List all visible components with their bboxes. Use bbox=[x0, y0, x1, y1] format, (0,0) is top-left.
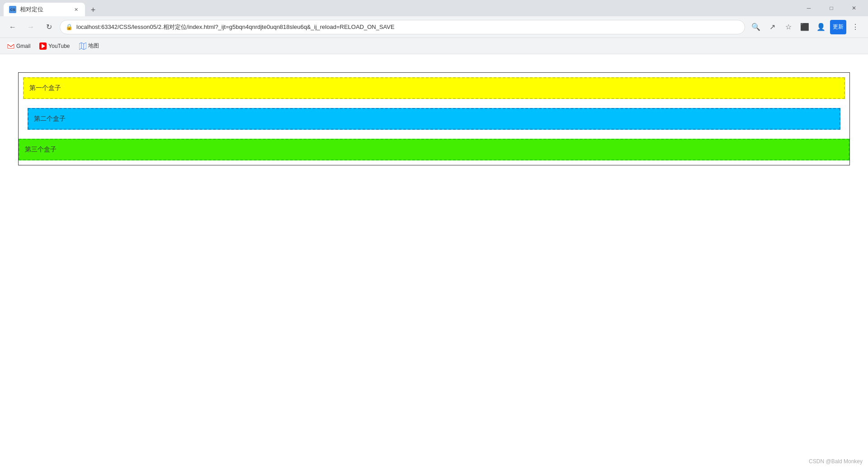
bookmark-maps[interactable]: 地图 bbox=[75, 40, 103, 52]
tab-close-button[interactable]: ✕ bbox=[72, 6, 80, 13]
nav-icons: 🔍 ↗ ☆ ⬛ 👤 更新 ⋮ bbox=[749, 20, 863, 34]
maximize-button[interactable]: □ bbox=[821, 0, 842, 16]
tab-title: 相对定位 bbox=[20, 5, 69, 14]
box1: 第一个盒子 bbox=[23, 77, 845, 99]
tab-favicon: CS bbox=[9, 6, 16, 13]
menu-button[interactable]: ⋮ bbox=[848, 20, 863, 34]
box3-label: 第三个盒子 bbox=[25, 146, 57, 154]
box3: 第三个盒子 bbox=[19, 139, 849, 160]
security-icon: 🔒 bbox=[66, 24, 73, 30]
maps-icon bbox=[79, 42, 86, 50]
svg-rect-0 bbox=[7, 42, 14, 50]
update-button[interactable]: 更新 bbox=[830, 20, 846, 34]
bookmark-youtube[interactable]: YouTube bbox=[36, 41, 73, 52]
maps-label: 地图 bbox=[88, 42, 99, 50]
youtube-play-icon bbox=[42, 44, 45, 48]
page-inner: 第一个盒子 第二个盒子 第三个盒子 bbox=[0, 54, 868, 174]
title-bar: CS 相对定位 ✕ + ─ □ ✕ bbox=[0, 0, 868, 16]
zoom-button[interactable]: 🔍 bbox=[749, 20, 763, 34]
active-tab[interactable]: CS 相对定位 ✕ bbox=[4, 3, 85, 16]
back-button[interactable]: ← bbox=[5, 20, 20, 34]
tab-bar: CS 相对定位 ✕ + bbox=[4, 0, 797, 16]
box2-label: 第二个盒子 bbox=[34, 115, 66, 123]
address-bar[interactable]: 🔒 localhost:63342/CSS/lesson05/2.相对定位/in… bbox=[60, 20, 745, 34]
side-panel-button[interactable]: ⬛ bbox=[797, 20, 812, 34]
page-content: 第一个盒子 第二个盒子 第三个盒子 bbox=[0, 54, 868, 470]
bookmark-button[interactable]: ☆ bbox=[781, 20, 796, 34]
bookmark-gmail[interactable]: Gmail bbox=[4, 41, 34, 52]
profile-button[interactable]: 👤 bbox=[814, 20, 828, 34]
window-controls: ─ □ ✕ bbox=[798, 0, 864, 16]
watermark-text: CSDN @Bald Monkey bbox=[809, 458, 863, 465]
watermark: CSDN @Bald Monkey bbox=[809, 458, 863, 465]
url-text: localhost:63342/CSS/lesson05/2.相对定位/inde… bbox=[76, 23, 739, 31]
share-button[interactable]: ↗ bbox=[765, 20, 779, 34]
new-tab-button[interactable]: + bbox=[87, 4, 99, 16]
minimize-button[interactable]: ─ bbox=[798, 0, 819, 16]
reload-button[interactable]: ↻ bbox=[42, 20, 56, 34]
forward-button[interactable]: → bbox=[24, 20, 38, 34]
close-button[interactable]: ✕ bbox=[844, 0, 864, 16]
box1-label: 第一个盒子 bbox=[29, 84, 61, 92]
bookmarks-bar: Gmail YouTube 地图 bbox=[0, 38, 868, 54]
browser-window: CS 相对定位 ✕ + ─ □ ✕ ← → ↻ 🔒 localhost:6334… bbox=[0, 0, 868, 470]
outer-container: 第一个盒子 第二个盒子 第三个盒子 bbox=[18, 72, 850, 165]
svg-marker-1 bbox=[79, 42, 86, 50]
navigation-bar: ← → ↻ 🔒 localhost:63342/CSS/lesson05/2.相… bbox=[0, 16, 868, 38]
youtube-label: YouTube bbox=[48, 43, 70, 49]
gmail-label: Gmail bbox=[16, 43, 30, 49]
gmail-icon bbox=[7, 42, 14, 50]
box2: 第二个盒子 bbox=[28, 108, 840, 130]
youtube-icon bbox=[39, 42, 47, 50]
